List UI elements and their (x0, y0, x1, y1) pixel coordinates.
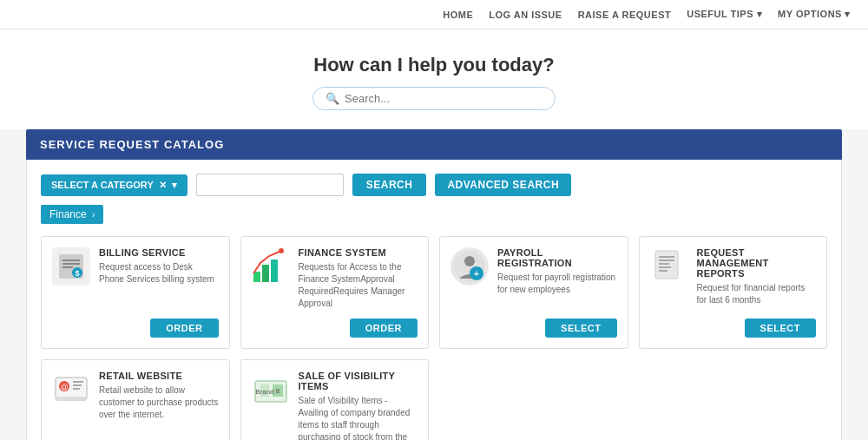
request-management-reports-text: REQUEST MANAGEMENT REPORTS Request for f… (697, 247, 817, 306)
request-management-reports-icon (650, 247, 688, 286)
svg-rect-16 (659, 259, 674, 261)
svg-point-9 (279, 248, 284, 253)
card-request-management-reports: REQUEST MANAGEMENT REPORTS Request for f… (639, 236, 828, 349)
svg-rect-8 (271, 259, 278, 282)
card-top: $ BILLING SERVICE Request access to Desk… (52, 247, 219, 310)
hero-search-bar: 🔍 (312, 87, 556, 110)
nav-my-options[interactable]: MY OPTIONS (778, 9, 851, 20)
request-management-reports-title: REQUEST MANAGEMENT REPORTS (697, 247, 817, 279)
card-top: + PAYROLL REGISTRATION Request for payro… (450, 247, 617, 310)
payroll-registration-select-button[interactable]: SELECT (545, 319, 616, 338)
nav-home[interactable]: HOME (443, 10, 473, 20)
card-sale-visibility-items: Brand B SALE OF VISIBILITY ITEMS Sale of… (240, 359, 430, 440)
billing-service-title: BILLING SERVICE (99, 247, 219, 258)
catalog-body: SELECT A CATEGORY ✕ ▾ SEARCH ADVANCED SE… (26, 160, 842, 440)
search-button[interactable]: SEARCH (352, 174, 427, 196)
card-finance-system: FINANCE SYSTEM Requests for Access to th… (240, 236, 430, 349)
card-top: REQUEST MANAGEMENT REPORTS Request for f… (650, 247, 817, 310)
billing-service-desc: Request access to Desk Phone Services bi… (99, 261, 219, 286)
finance-tag-label: Finance (49, 208, 87, 220)
sale-visibility-items-desc: Sale of Visibility Items - Availing of c… (299, 395, 418, 440)
billing-service-text: BILLING SERVICE Request access to Desk P… (99, 247, 219, 286)
retail-website-title: RETAIL WEBSITE (99, 371, 219, 381)
payroll-registration-icon: + (450, 247, 489, 286)
svg-text:B: B (275, 388, 279, 394)
svg-rect-19 (659, 270, 667, 272)
svg-rect-15 (659, 256, 674, 258)
nav-useful-tips[interactable]: USEFUL TIPS (687, 9, 762, 20)
cards-grid-row1: $ BILLING SERVICE Request access to Desk… (41, 236, 827, 349)
svg-point-11 (464, 256, 475, 266)
request-management-reports-select-button[interactable]: SELECT (745, 319, 816, 338)
retail-website-desc: Retail website to allow customer to purc… (99, 384, 219, 421)
finance-system-desc: Requests for Access to the Finance Syste… (299, 261, 418, 310)
card-payroll-registration: + PAYROLL REGISTRATION Request for payro… (439, 236, 628, 349)
svg-text:+: + (474, 269, 479, 279)
payroll-registration-title: PAYROLL REGISTRATION (497, 247, 617, 268)
retail-website-text: RETAIL WEBSITE Retail website to allow c… (99, 371, 219, 421)
billing-service-order-button[interactable]: ORDER (150, 319, 218, 338)
svg-rect-23 (73, 381, 83, 383)
hero-title: How can I help you today? (17, 54, 851, 76)
hero-search-input[interactable] (345, 92, 542, 105)
svg-text:$: $ (75, 269, 79, 278)
svg-rect-3 (62, 266, 73, 268)
catalog-search-input[interactable] (196, 174, 344, 196)
sale-visibility-items-title: SALE OF VISIBILITY ITEMS (299, 371, 418, 391)
filter-row: SELECT A CATEGORY ✕ ▾ SEARCH ADVANCED SE… (41, 174, 827, 196)
svg-rect-17 (659, 263, 669, 265)
billing-service-icon: $ (52, 247, 90, 286)
finance-system-icon (252, 247, 290, 286)
cards-grid-row2: @ RETAIL WEBSITE Retail website to allow… (41, 359, 827, 440)
finance-filter-tag[interactable]: Finance › (41, 205, 103, 224)
payroll-registration-desc: Request for payroll registration for new… (497, 272, 617, 296)
arrow-right-icon: › (92, 209, 95, 220)
sale-visibility-items-icon: Brand B (252, 371, 290, 409)
svg-rect-24 (73, 384, 82, 386)
card-top: @ RETAIL WEBSITE Retail website to allow… (52, 371, 219, 440)
retail-website-icon: @ (52, 371, 90, 409)
svg-rect-7 (262, 265, 269, 282)
svg-rect-18 (659, 266, 671, 268)
payroll-registration-text: PAYROLL REGISTRATION Request for payroll… (497, 247, 617, 296)
sale-visibility-items-text: SALE OF VISIBILITY ITEMS Sale of Visibil… (299, 371, 418, 440)
card-retail-website: @ RETAIL WEBSITE Retail website to allow… (41, 359, 230, 440)
select-category-button[interactable]: SELECT A CATEGORY ✕ ▾ (41, 174, 187, 196)
svg-rect-25 (73, 388, 80, 390)
card-top: Brand B SALE OF VISIBILITY ITEMS Sale of… (252, 371, 418, 440)
svg-text:@: @ (60, 383, 68, 391)
svg-rect-2 (62, 263, 80, 265)
navbar: HOME LOG AN ISSUE RAISE A REQUEST USEFUL… (0, 0, 868, 30)
svg-rect-1 (62, 259, 80, 261)
catalog-section: SERVICE REQUEST CATALOG SELECT A CATEGOR… (13, 129, 855, 440)
nav-raise-request[interactable]: RAISE A REQUEST (578, 10, 672, 20)
svg-text:Brand: Brand (255, 388, 273, 396)
finance-system-title: FINANCE SYSTEM (299, 247, 418, 258)
finance-system-order-button[interactable]: ORDER (350, 319, 418, 338)
finance-system-text: FINANCE SYSTEM Requests for Access to th… (299, 247, 418, 310)
svg-rect-26 (56, 397, 87, 400)
card-billing-service: $ BILLING SERVICE Request access to Desk… (41, 236, 230, 349)
catalog-header: SERVICE REQUEST CATALOG (26, 129, 842, 160)
advanced-search-button[interactable]: ADVANCED SEARCH (435, 174, 571, 196)
clear-category-icon[interactable]: ✕ (159, 180, 167, 191)
chevron-down-icon[interactable]: ▾ (172, 180, 177, 191)
card-top: FINANCE SYSTEM Requests for Access to th… (252, 247, 418, 310)
nav-log-issue[interactable]: LOG AN ISSUE (489, 10, 562, 20)
search-icon: 🔍 (326, 92, 339, 105)
hero-section: How can I help you today? 🔍 (0, 30, 868, 129)
request-management-reports-desc: Request for financial reports for last 6… (697, 282, 817, 306)
select-category-label: SELECT A CATEGORY (51, 180, 154, 190)
